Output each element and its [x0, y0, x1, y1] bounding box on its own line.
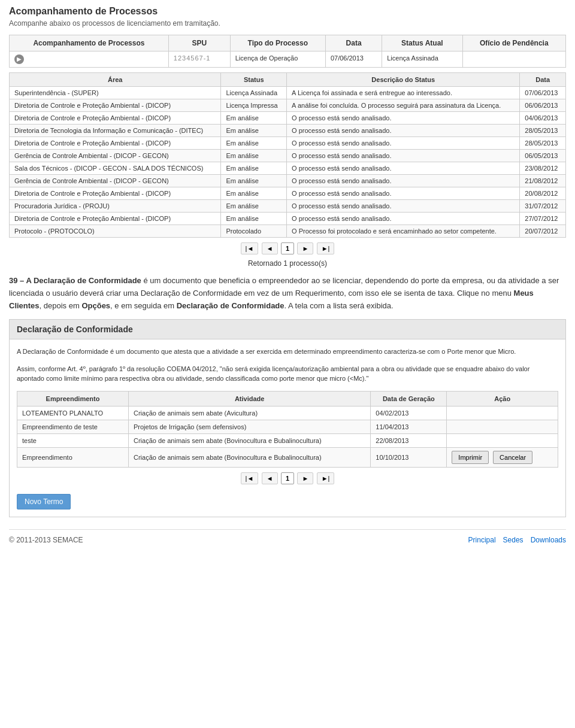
status-table-row: Sala dos Técnicos - (DICOP - GECON - SAL…	[10, 162, 566, 175]
status-descricao: O processo está sendo analisado.	[287, 175, 520, 187]
decl-data-geracao: 04/02/2013	[371, 406, 447, 420]
declaration-body: A Declaração de Conformidade é um docume…	[10, 339, 565, 517]
status-status: Em análise	[221, 137, 287, 150]
status-data: 31/07/2012	[520, 200, 566, 213]
status-descricao: O processo está sendo analisado.	[287, 200, 520, 213]
status-table-row: Gerência de Controle Ambiental - (DICOP …	[10, 175, 566, 187]
decl-atividade: Criação de animais sem abate (Bovinocult…	[128, 447, 370, 467]
status-data: 27/07/2012	[520, 213, 566, 225]
status-data: 21/08/2012	[520, 175, 566, 187]
decl-data-geracao: 22/08/2013	[371, 433, 447, 447]
new-termo-button[interactable]: Novo Termo	[17, 494, 71, 509]
decl-next-page-btn[interactable]: ►	[297, 472, 313, 484]
status-status: Em análise	[221, 200, 287, 213]
status-data: 04/06/2013	[520, 112, 566, 125]
status-status: Em análise	[221, 125, 287, 137]
status-table-row: Diretoria de Controle e Proteção Ambient…	[10, 137, 566, 150]
footer: © 2011-2013 SEMACE Principal Sedes Downl…	[9, 529, 566, 550]
pagination-2: |◄ ◄ 1 ► ►|	[17, 472, 558, 484]
status-table-row: Procuradoria Jurídica - (PROJU) Em análi…	[10, 200, 566, 213]
decl-table-row: LOTEAMENTO PLANALTO Criação de animais s…	[17, 406, 558, 420]
status-status: Em análise	[221, 150, 287, 162]
status-status: Em análise	[221, 162, 287, 175]
decl-table-row: teste Criação de animais sem abate (Bovi…	[17, 433, 558, 447]
status-descricao: O Processo foi protocolado e será encami…	[287, 225, 520, 238]
processo-data: 07/06/2013	[325, 51, 382, 68]
decl-acao[interactable]: Imprimir Cancelar	[447, 447, 558, 467]
declaration-section: Declaração de Conformidade A Declaração …	[9, 319, 566, 517]
status-area: Protocolo - (PROTOCOLO)	[10, 225, 221, 238]
col-header-status: Status Atual	[382, 35, 462, 51]
status-area: Diretoria de Controle e Proteção Ambient…	[10, 99, 221, 112]
current-page-btn[interactable]: 1	[281, 242, 294, 254]
oficio-pendencia	[462, 51, 565, 68]
expand-icon[interactable]: ▶	[14, 54, 24, 64]
status-table-row: Diretoria de Controle e Proteção Ambient…	[10, 187, 566, 200]
decl-col-acao: Ação	[447, 391, 558, 406]
decl-atividade: Criação de animais sem abate (Avicultura…	[128, 406, 370, 420]
status-area: Diretoria de Tecnologia da Informação e …	[10, 125, 221, 137]
status-data: 06/06/2013	[520, 99, 566, 112]
decl-empreendimento: Empreendimento de teste	[17, 420, 129, 433]
decl-empreendimento: LOTEAMENTO PLANALTO	[17, 406, 129, 420]
declaration-title: Declaração de Conformidade	[10, 320, 565, 339]
footer-links: Principal Sedes Downloads	[468, 536, 566, 544]
tipo-processo: Licença de Operação	[230, 51, 325, 68]
status-area: Diretoria de Controle e Proteção Ambient…	[10, 137, 221, 150]
expand-cell[interactable]: ▶	[10, 51, 169, 68]
decl-table-row: Empreendimento Criação de animais sem ab…	[17, 447, 558, 467]
footer-link-sedes[interactable]: Sedes	[503, 536, 523, 544]
decl-table-row: Empreendimento de teste Projetos de Irri…	[17, 420, 558, 433]
status-data: 20/08/2012	[520, 187, 566, 200]
decl-acao	[447, 406, 558, 420]
declaration-info-text-1: A Declaração de Conformidade é um docume…	[17, 347, 558, 357]
decl-data-geracao: 11/04/2013	[371, 420, 447, 433]
decl-acao	[447, 420, 558, 433]
footer-link-downloads[interactable]: Downloads	[531, 536, 566, 544]
last-page-btn[interactable]: ►|	[317, 242, 335, 254]
status-data: 28/05/2013	[520, 137, 566, 150]
status-status: Licença Assinada	[221, 87, 287, 99]
col-header-acompanhamento: Acompanhamento de Processos	[10, 35, 169, 51]
decl-prev-page-btn[interactable]: ◄	[262, 472, 278, 484]
decl-data-geracao: 10/10/2013	[371, 447, 447, 467]
decl-current-page-btn[interactable]: 1	[281, 472, 294, 484]
next-page-btn[interactable]: ►	[297, 242, 313, 254]
status-table-row: Protocolo - (PROTOCOLO) Protocolado O Pr…	[10, 225, 566, 238]
first-page-btn[interactable]: |◄	[241, 242, 259, 254]
status-descricao: O processo está sendo analisado.	[287, 137, 520, 150]
table-row: ▶ 1234567-1 Licença de Operação 07/06/20…	[10, 51, 566, 68]
status-col-status: Status	[221, 73, 287, 87]
status-table-row: Gerência de Controle Ambiental - (DICOP …	[10, 150, 566, 162]
status-area: Diretoria de Controle e Proteção Ambient…	[10, 213, 221, 225]
declaration-info-text-2: Assim, conforme Art. 4º, parágrafo 1º da…	[17, 364, 558, 384]
status-status: Em análise	[221, 112, 287, 125]
decl-empreendimento: Empreendimento	[17, 447, 129, 467]
status-table-row: Diretoria de Controle e Proteção Ambient…	[10, 112, 566, 125]
footer-link-principal[interactable]: Principal	[468, 536, 496, 544]
status-atual: Licença Assinada	[382, 51, 462, 68]
pagination-info: Retornado 1 processo(s)	[9, 259, 566, 268]
pagination-1: |◄ ◄ 1 ► ►|	[9, 242, 566, 254]
status-status: Protocolado	[221, 225, 287, 238]
status-table-row: Superintendência - (SUPER) Licença Assin…	[10, 87, 566, 99]
status-descricao: A análise foi concluída. O processo segu…	[287, 99, 520, 112]
status-descricao: O processo está sendo analisado.	[287, 125, 520, 137]
prev-page-btn[interactable]: ◄	[262, 242, 278, 254]
decl-atividade: Projetos de Irrigação (sem defensivos)	[128, 420, 370, 433]
description-text: 39 – A Declaração de Conformidade é um d…	[9, 275, 566, 312]
status-status: Em análise	[221, 213, 287, 225]
status-table-row: Diretoria de Controle e Proteção Ambient…	[10, 99, 566, 112]
status-descricao: O processo está sendo analisado.	[287, 162, 520, 175]
status-col-descricao: Descrição do Status	[287, 73, 520, 87]
status-area: Sala dos Técnicos - (DICOP - GECON - SAL…	[10, 162, 221, 175]
decl-first-page-btn[interactable]: |◄	[241, 472, 259, 484]
print-button[interactable]: Imprimir	[452, 451, 489, 464]
decl-acao	[447, 433, 558, 447]
cancel-button[interactable]: Cancelar	[493, 451, 532, 464]
status-data: 28/05/2013	[520, 125, 566, 137]
decl-last-page-btn[interactable]: ►|	[317, 472, 335, 484]
status-data: 07/06/2013	[520, 87, 566, 99]
status-status: Em análise	[221, 187, 287, 200]
status-table-row: Diretoria de Tecnologia da Informação e …	[10, 125, 566, 137]
